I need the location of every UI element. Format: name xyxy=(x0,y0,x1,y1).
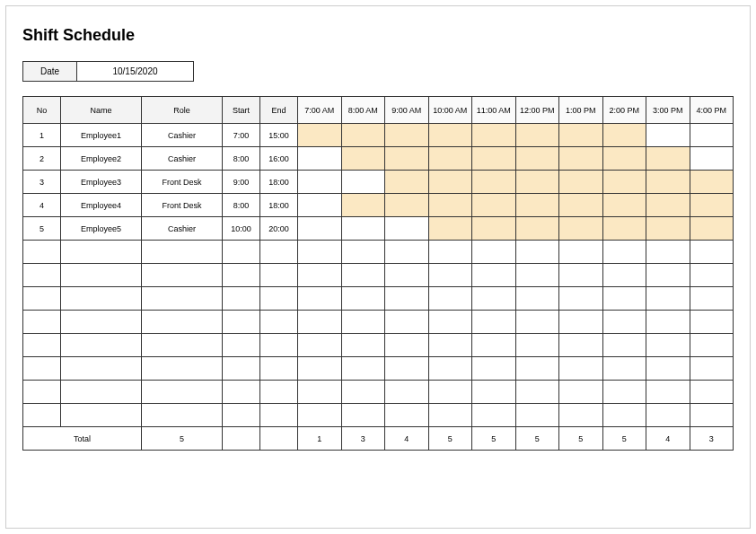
cell-empty xyxy=(515,241,559,264)
cell-empty xyxy=(690,404,734,427)
cell-empty xyxy=(61,311,142,334)
cell-slot-9 xyxy=(690,194,734,217)
cell-slot-7 xyxy=(602,194,646,217)
cell-slot-6 xyxy=(559,194,603,217)
cell-empty xyxy=(472,311,516,334)
header-time-6: 1:00 PM xyxy=(559,97,603,124)
cell-slot-6 xyxy=(559,171,603,194)
cell-empty xyxy=(142,311,223,334)
page-container: Shift Schedule Date 10/15/2020 NoNameRol… xyxy=(5,5,751,529)
table-row: 4Employee4Front Desk8:0018:00 xyxy=(23,194,734,217)
cell-empty xyxy=(472,381,516,404)
cell-start: 8:00 xyxy=(223,147,260,171)
total-slot-2: 4 xyxy=(385,427,429,451)
cell-empty xyxy=(298,334,342,357)
cell-empty xyxy=(428,381,472,404)
cell-empty xyxy=(23,381,61,404)
cell-empty xyxy=(142,241,223,264)
cell-slot-0 xyxy=(298,217,342,241)
cell-slot-9 xyxy=(690,217,734,241)
table-row-empty xyxy=(23,287,734,311)
cell-empty xyxy=(260,264,298,287)
header-time-0: 7:00 AM xyxy=(298,97,342,124)
cell-slot-1 xyxy=(341,124,385,147)
cell-slot-3 xyxy=(428,217,472,241)
cell-empty xyxy=(602,404,646,427)
header-no: No xyxy=(23,97,61,124)
cell-slot-5 xyxy=(515,171,559,194)
cell-start: 10:00 xyxy=(223,217,260,241)
total-slot-0: 1 xyxy=(298,427,342,451)
cell-empty xyxy=(602,357,646,381)
cell-role: Front Desk xyxy=(142,171,223,194)
cell-empty xyxy=(428,334,472,357)
table-row-empty xyxy=(23,357,734,381)
cell-end: 15:00 xyxy=(260,124,298,147)
cell-slot-1 xyxy=(341,171,385,194)
cell-role: Cashier xyxy=(142,124,223,147)
cell-slot-9 xyxy=(690,171,734,194)
cell-empty xyxy=(298,381,342,404)
cell-slot-0 xyxy=(298,124,342,147)
cell-no: 1 xyxy=(23,124,61,147)
cell-empty xyxy=(646,264,690,287)
cell-slot-0 xyxy=(298,171,342,194)
cell-empty xyxy=(472,241,516,264)
cell-empty xyxy=(690,334,734,357)
date-table: Date 10/15/2020 xyxy=(22,61,194,82)
cell-empty xyxy=(428,287,472,311)
cell-empty xyxy=(223,241,260,264)
cell-slot-6 xyxy=(559,147,603,171)
cell-slot-5 xyxy=(515,124,559,147)
total-role-count: 5 xyxy=(142,427,223,451)
cell-empty xyxy=(690,381,734,404)
cell-empty xyxy=(385,404,429,427)
cell-slot-3 xyxy=(428,194,472,217)
table-row-empty xyxy=(23,241,734,264)
cell-empty xyxy=(23,287,61,311)
cell-empty xyxy=(142,287,223,311)
cell-empty xyxy=(385,311,429,334)
cell-slot-0 xyxy=(298,194,342,217)
date-label-cell: Date xyxy=(23,62,77,82)
cell-start: 8:00 xyxy=(223,194,260,217)
cell-empty xyxy=(61,381,142,404)
cell-name: Employee2 xyxy=(61,147,142,171)
cell-slot-1 xyxy=(341,217,385,241)
cell-empty xyxy=(472,334,516,357)
cell-empty xyxy=(428,404,472,427)
header-time-5: 12:00 PM xyxy=(515,97,559,124)
header-time-9: 4:00 PM xyxy=(690,97,734,124)
total-row: Total51345555543 xyxy=(23,427,734,451)
cell-end: 18:00 xyxy=(260,171,298,194)
cell-slot-9 xyxy=(690,147,734,171)
table-row-empty xyxy=(23,404,734,427)
cell-slot-4 xyxy=(472,171,516,194)
cell-empty xyxy=(23,311,61,334)
header-time-3: 10:00 AM xyxy=(428,97,472,124)
cell-empty xyxy=(142,357,223,381)
cell-empty xyxy=(515,404,559,427)
cell-empty xyxy=(559,311,603,334)
cell-slot-2 xyxy=(385,217,429,241)
cell-empty xyxy=(341,381,385,404)
cell-slot-8 xyxy=(646,124,690,147)
cell-role: Front Desk xyxy=(142,194,223,217)
total-end-blank xyxy=(260,427,298,451)
cell-slot-2 xyxy=(385,124,429,147)
cell-empty xyxy=(298,241,342,264)
cell-slot-4 xyxy=(472,124,516,147)
cell-empty xyxy=(428,241,472,264)
cell-empty xyxy=(690,264,734,287)
cell-empty xyxy=(602,334,646,357)
cell-name: Employee5 xyxy=(61,217,142,241)
cell-empty xyxy=(559,264,603,287)
cell-slot-8 xyxy=(646,147,690,171)
cell-empty xyxy=(646,241,690,264)
total-slot-7: 5 xyxy=(602,427,646,451)
cell-empty xyxy=(559,241,603,264)
cell-empty xyxy=(223,381,260,404)
cell-role: Cashier xyxy=(142,147,223,171)
cell-empty xyxy=(223,287,260,311)
cell-empty xyxy=(515,264,559,287)
